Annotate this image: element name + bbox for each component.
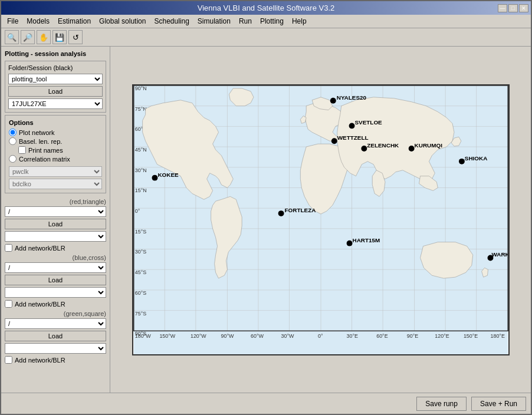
station-svetloe-label: SVETLOE [354, 119, 382, 126]
svg-text:75°N: 75°N [134, 106, 146, 111]
session-select[interactable]: 17JUL27XE [8, 98, 103, 109]
menu-estimation[interactable]: Estimation [54, 16, 94, 27]
map-svg: 90°N 75°N 60°N 45°N 30°N 15°N 0° 15°S 30… [133, 85, 508, 354]
menu-help[interactable]: Help [288, 16, 310, 27]
station-hart15m-dot [346, 240, 352, 246]
station-zelenchk-dot [361, 146, 367, 151]
green-extra-select[interactable] [5, 343, 106, 354]
print-names-checkbox[interactable] [18, 146, 26, 154]
baseline-len-radio[interactable] [9, 137, 17, 145]
svg-text:60°E: 60°E [376, 333, 387, 339]
maximize-button[interactable]: □ [508, 4, 518, 12]
pan-button[interactable]: ✋ [37, 30, 51, 44]
station-shioka-dot [458, 158, 464, 164]
blue-cross-section: (blue,cross) / Load Add network/BLR [5, 254, 106, 308]
folder-select[interactable]: plotting_tool [8, 74, 103, 84]
station-fortleza-label: FORTLEZA [284, 207, 316, 213]
menu-run[interactable]: Run [235, 16, 255, 27]
zoom-out-button[interactable]: 🔎 [21, 30, 35, 44]
blue-cross-select[interactable]: / [5, 262, 106, 273]
close-button[interactable]: ✕ [519, 4, 528, 12]
minimize-button[interactable]: — [498, 4, 507, 12]
plot-network-radio[interactable] [9, 129, 17, 136]
svg-text:45°N: 45°N [134, 147, 146, 153]
load-button-blue[interactable]: Load [5, 275, 106, 285]
svg-text:180°W: 180°W [134, 333, 150, 339]
reset-button[interactable]: ↺ [68, 30, 83, 44]
station-wettzell-label: WETTZELL [337, 134, 368, 141]
save-button[interactable]: 💾 [52, 30, 67, 44]
station-kokee-label: KOKEE [157, 171, 179, 177]
svg-text:15°S: 15°S [134, 228, 146, 234]
menu-simulation[interactable]: Simulation [194, 16, 234, 27]
baseline-len-label: Basel. len. rep. [19, 138, 62, 145]
svg-text:120°W: 120°W [190, 333, 206, 339]
add-network-row-3: Add network/BLR [5, 356, 106, 364]
station-wettzell-dot [331, 138, 337, 144]
svg-text:90°E: 90°E [406, 333, 418, 339]
menu-file[interactable]: File [4, 16, 22, 27]
svg-text:120°E: 120°E [435, 333, 449, 339]
save-runp-button[interactable]: Save runp [416, 397, 467, 411]
svg-text:30°E: 30°E [346, 333, 357, 339]
print-names-label: Print names [28, 147, 63, 154]
station-zelenchk-label: ZELENCHK [367, 142, 399, 149]
load-button-green[interactable]: Load [5, 331, 106, 341]
options-group: Options Plot network Basel. len. rep. Pr… [5, 115, 106, 193]
blue-cross-label: (blue,cross) [5, 254, 106, 261]
green-square-select[interactable]: / [5, 318, 106, 329]
title-bar-buttons: — □ ✕ [498, 4, 528, 12]
red-extra-select[interactable] [5, 231, 106, 242]
window-title: Vienna VLBI and Satellite Software V3.2 [198, 4, 334, 12]
station-kokee-dot [152, 174, 157, 180]
load-button-red[interactable]: Load [5, 219, 106, 229]
station-hart15m-label: HART15M [352, 236, 380, 243]
add-network-row-1: Add network/BLR [5, 244, 106, 252]
station-nyales20-dot [330, 97, 336, 103]
blue-extra-select[interactable] [5, 287, 106, 298]
zoom-in-button[interactable]: 🔍 [5, 30, 19, 44]
station-nyales20-label: NYALES20 [336, 94, 366, 100]
svg-text:60°W: 60°W [251, 333, 264, 339]
add-network-checkbox-3[interactable] [5, 356, 12, 364]
svg-text:30°W: 30°W [281, 333, 294, 339]
menu-plotting[interactable]: Plotting [257, 16, 287, 27]
menu-global-solution[interactable]: Global solution [96, 16, 149, 27]
add-network-checkbox-2[interactable] [5, 300, 12, 308]
correlation-row: Correlation matrix [9, 155, 102, 163]
folder-label: Folder/Session (black) [8, 64, 103, 71]
add-network-label-1: Add network/BLR [15, 245, 65, 252]
menu-models[interactable]: Models [23, 16, 53, 27]
folder-group: Folder/Session (black) plotting_tool Loa… [5, 61, 106, 113]
green-square-label: (green,square) [5, 310, 106, 317]
add-network-checkbox-1[interactable] [5, 244, 12, 252]
svg-text:90°N: 90°N [134, 85, 146, 91]
station-kurumqi-dot [408, 146, 414, 151]
station-svetloe-dot [349, 123, 354, 129]
baseline-len-row: Basel. len. rep. [9, 137, 102, 145]
correlation-label: Correlation matrix [19, 156, 70, 163]
svg-text:45°S: 45°S [134, 269, 146, 275]
bdclko-select[interactable]: bdclko [9, 179, 102, 189]
svg-text:60°S: 60°S [134, 289, 146, 295]
add-network-label-2: Add network/BLR [15, 301, 65, 308]
svg-text:0°: 0° [134, 208, 140, 214]
menu-scheduling[interactable]: Scheduling [150, 16, 192, 27]
station-fortleza-dot [278, 210, 284, 216]
panel-section-title: Plotting - session analysis [5, 50, 106, 57]
station-shioka-label: SHIOKA [464, 154, 487, 161]
plot-network-label: Plot network [19, 129, 55, 136]
save-run-button[interactable]: Save + Run [471, 397, 526, 411]
pwclk-select[interactable]: pwclk [9, 166, 102, 177]
red-triangle-select[interactable]: / [5, 206, 106, 217]
app-window: Vienna VLBI and Satellite Software V3.2 … [0, 0, 532, 415]
correlation-radio[interactable] [9, 155, 17, 163]
map-area: 90°N 75°N 60°N 45°N 30°N 15°N 0° 15°S 30… [110, 47, 531, 393]
svg-text:150°E: 150°E [463, 333, 477, 339]
green-square-section: (green,square) / Load Add network/BLR [5, 310, 106, 364]
load-button-1[interactable]: Load [8, 86, 103, 97]
svg-text:90°W: 90°W [221, 333, 234, 339]
map-container: 90°N 75°N 60°N 45°N 30°N 15°N 0° 15°S 30… [132, 84, 510, 355]
add-network-row-2: Add network/BLR [5, 300, 106, 308]
menu-bar: File Models Estimation Global solution S… [1, 15, 531, 28]
